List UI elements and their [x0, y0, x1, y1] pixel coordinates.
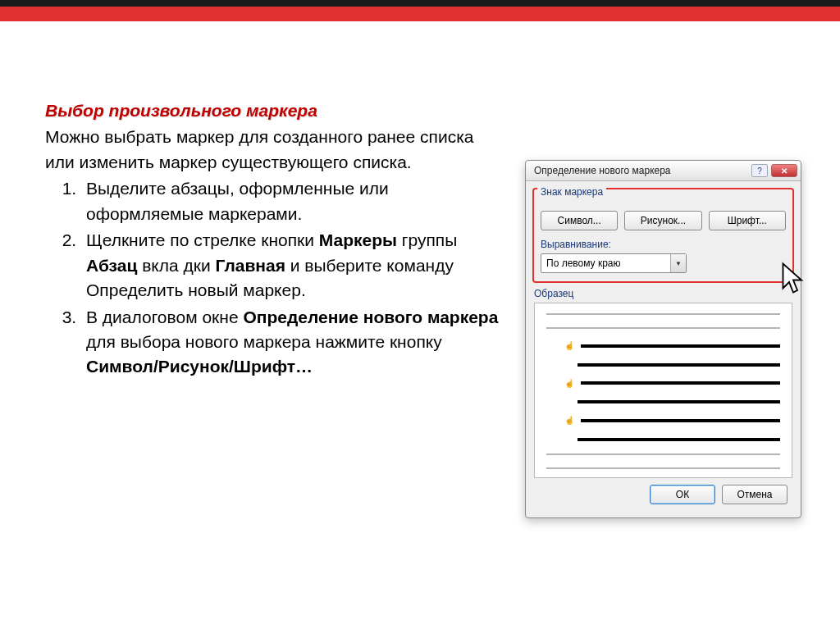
dialog-title: Определение нового маркера [534, 165, 671, 176]
intro-text: Можно выбрать маркер для созданного ране… [45, 125, 504, 175]
step-1: Выделите абзацы, оформленные или оформля… [81, 176, 504, 226]
help-icon: ? [757, 166, 762, 175]
step-2-text-2: группы [397, 230, 457, 249]
slide-heading: Выбор произвольного маркера [45, 98, 504, 123]
bullet-icon: ☝ [564, 416, 574, 425]
bullet-icon: ☝ [564, 341, 574, 350]
slide-content: Выбор произвольного маркера Можно выбрат… [0, 49, 840, 629]
sample-preview: ☝ ☝ ☝ [534, 303, 792, 478]
dialog-title-bar: Определение нового маркера ? ✕ [526, 161, 801, 181]
sample-line [581, 419, 780, 422]
cancel-button[interactable]: Отмена [722, 485, 788, 504]
sample-line [578, 438, 780, 441]
ok-button[interactable]: ОК [650, 485, 715, 504]
sample-line [581, 381, 780, 385]
sample-line [581, 344, 780, 348]
sample-line [546, 327, 780, 329]
step-3-text: В диалоговом окне [86, 308, 243, 326]
define-marker-dialog: Определение нового маркера ? ✕ Знак марк… [525, 160, 801, 518]
symbol-button[interactable]: Символ... [541, 211, 618, 230]
step-3-bold-1: Определение нового маркера [243, 308, 498, 326]
font-button[interactable]: Шрифт... [709, 211, 786, 230]
red-accent-bar [0, 7, 840, 21]
sample-bullet-row: ☝ [546, 379, 780, 388]
sample-line [546, 467, 780, 469]
alignment-value: По левому краю [546, 258, 621, 269]
dialog-screenshot: Определение нового маркера ? ✕ Знак марк… [525, 160, 801, 518]
marker-sign-group: Знак маркера Символ... Рисунок... Шрифт.… [532, 188, 794, 283]
step-3: В диалоговом окне Определение нового мар… [81, 305, 504, 380]
sample-bullet-row: ☝ [546, 416, 780, 425]
step-2-bold-2: Абзац [86, 256, 137, 275]
steps-list: Выделите абзацы, оформленные или оформля… [45, 176, 504, 380]
dialog-body: Знак маркера Символ... Рисунок... Шрифт.… [526, 181, 801, 517]
step-2-bold-3: Главная [216, 256, 285, 275]
bullet-icon: ☝ [564, 379, 574, 388]
alignment-combo[interactable]: По левому краю ▼ [541, 253, 687, 273]
step-3-text-2: для выбора нового маркера нажмите кнопку [86, 332, 442, 351]
sample-line [546, 454, 780, 455]
alignment-label: Выравнивание: [541, 239, 786, 250]
step-2-text: Щелкните по стрелке кнопки [86, 230, 319, 249]
sample-bullet-row: ☝ [546, 341, 780, 350]
text-column: Выбор произвольного маркера Можно выбрат… [45, 98, 504, 604]
chevron-down-icon: ▼ [670, 254, 686, 272]
step-2-text-3: вкла дки [137, 256, 215, 275]
close-button[interactable]: ✕ [771, 164, 797, 177]
sample-line [578, 400, 780, 403]
sample-line [546, 313, 780, 315]
close-icon: ✕ [781, 166, 788, 175]
step-2: Щелкните по стрелке кнопки Маркеры групп… [81, 228, 504, 303]
step-3-bold-2: Символ/Рисунок/Шрифт… [86, 357, 313, 376]
marker-sign-legend: Знак маркера [537, 186, 606, 198]
sample-line [578, 363, 780, 367]
top-border-bar [0, 0, 840, 7]
help-button[interactable]: ? [751, 164, 768, 177]
picture-button[interactable]: Рисунок... [624, 211, 701, 230]
step-2-bold-1: Маркеры [319, 230, 397, 249]
cursor-icon [780, 262, 806, 297]
sample-label: Образец [534, 288, 794, 299]
